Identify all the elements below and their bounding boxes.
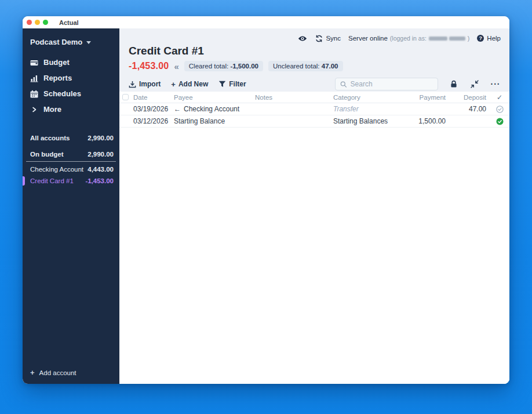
add-account-button[interactable]: + Add account bbox=[23, 362, 119, 384]
bar-chart-icon bbox=[30, 74, 38, 82]
payee-name: Checking Account bbox=[184, 105, 239, 113]
sidebar: Podcast Demo Budget Reports bbox=[23, 28, 119, 384]
sync-button[interactable]: Sync bbox=[315, 35, 341, 42]
category-cell[interactable]: Transfer bbox=[330, 105, 396, 113]
sidebar-item-label: Schedules bbox=[43, 89, 81, 98]
calendar-icon bbox=[30, 90, 38, 98]
column-header-cleared-icon[interactable]: ✓ bbox=[490, 93, 509, 101]
plus-icon: + bbox=[171, 80, 176, 89]
more-options-button[interactable]: ··· bbox=[490, 79, 501, 89]
lock-button[interactable] bbox=[449, 79, 459, 89]
transaction-row[interactable]: 03/19/2026 ← Checking Account Transfer 4… bbox=[119, 103, 509, 115]
sidebar-item-budget[interactable]: Budget bbox=[23, 55, 119, 70]
sidebar-item-more[interactable]: More bbox=[23, 101, 119, 117]
on-budget-row[interactable]: On budget 2,990.00 bbox=[26, 148, 116, 162]
privacy-eye-button[interactable] bbox=[297, 33, 308, 43]
filter-icon bbox=[218, 81, 226, 88]
search-input[interactable] bbox=[351, 80, 433, 88]
wallet-icon bbox=[30, 59, 38, 67]
logged-in-user-redacted bbox=[429, 37, 465, 41]
cleared-total-badge: Cleared total: -1,500.00 bbox=[184, 61, 263, 71]
add-new-button[interactable]: + Add New bbox=[171, 80, 208, 89]
question-mark-icon: ? bbox=[477, 35, 484, 42]
sidebar-item-label: Budget bbox=[43, 58, 70, 67]
top-status-bar: Sync Server online (logged in as: ) ? He… bbox=[129, 33, 501, 43]
account-group-balance: 2,990.00 bbox=[88, 151, 114, 158]
logged-in-suffix: ) bbox=[468, 35, 470, 42]
help-label: Help bbox=[487, 35, 501, 42]
logged-in-prefix: (logged in as: bbox=[390, 35, 427, 42]
uncleared-total-badge: Uncleared total: 47.00 bbox=[268, 61, 343, 71]
help-button[interactable]: ? Help bbox=[477, 35, 501, 42]
column-header-deposit[interactable]: Deposit bbox=[449, 94, 490, 101]
uncleared-status-icon[interactable] bbox=[490, 106, 509, 113]
account-group-balance: 2,990.00 bbox=[88, 135, 114, 141]
account-group-label: On budget bbox=[30, 151, 64, 158]
cleared-total-value: -1,500.00 bbox=[230, 63, 258, 70]
payee-cell[interactable]: Starting Balance bbox=[170, 117, 252, 125]
server-status-button[interactable]: Server online (logged in as: ) bbox=[348, 35, 469, 42]
sidebar-item-label: More bbox=[43, 105, 61, 114]
payment-cell[interactable]: 1,500.00 bbox=[396, 117, 449, 125]
cleared-total-label: Cleared total: bbox=[189, 63, 228, 70]
sidebar-item-reports[interactable]: Reports bbox=[23, 70, 119, 86]
window-titlebar: Actual bbox=[23, 16, 509, 28]
sidebar-item-schedules[interactable]: Schedules bbox=[23, 86, 119, 101]
date-cell[interactable]: 03/12/2026 bbox=[130, 117, 170, 125]
balance-row: -1,453.00 « Cleared total: -1,500.00 Unc… bbox=[129, 60, 501, 72]
budget-name-menu[interactable]: Podcast Demo bbox=[23, 28, 119, 51]
account-row-credit-card[interactable]: Credit Card #1 -1,453.00 bbox=[26, 175, 116, 187]
account-header: Sync Server online (logged in as: ) ? He… bbox=[119, 28, 509, 92]
ellipsis-icon: ··· bbox=[491, 82, 501, 86]
collapse-transactions-button[interactable] bbox=[469, 79, 480, 89]
add-account-label: Add account bbox=[39, 369, 76, 376]
uncleared-total-label: Uncleared total: bbox=[273, 63, 320, 70]
zoom-window-button[interactable] bbox=[43, 20, 48, 25]
category-cell[interactable]: Starting Balances bbox=[330, 117, 396, 125]
date-cell[interactable]: 03/19/2026 bbox=[130, 105, 170, 113]
uncleared-total-value: 47.00 bbox=[322, 63, 338, 70]
account-balance: -1,453.00 bbox=[85, 177, 114, 184]
search-icon bbox=[340, 81, 347, 88]
transaction-row[interactable]: 03/12/2026 Starting Balance Starting Bal… bbox=[119, 115, 509, 128]
column-header-payee[interactable]: Payee bbox=[170, 94, 252, 101]
sidebar-nav: Budget Reports Schedules bbox=[23, 55, 119, 117]
server-status-label: Server online bbox=[348, 35, 388, 42]
sidebar-item-label: Reports bbox=[43, 74, 72, 82]
payee-cell[interactable]: ← Checking Account bbox=[170, 105, 252, 113]
collapse-arrows-icon bbox=[471, 80, 479, 88]
column-header-category[interactable]: Category bbox=[330, 94, 396, 101]
select-all-checkbox[interactable] bbox=[122, 94, 129, 100]
filter-button[interactable]: Filter bbox=[218, 80, 246, 88]
app-window: Actual Podcast Demo Budget bbox=[23, 16, 509, 384]
empty-transactions-area bbox=[119, 128, 509, 384]
window-title: Actual bbox=[59, 19, 79, 26]
column-header-date[interactable]: Date bbox=[130, 94, 170, 101]
column-header-notes[interactable]: Notes bbox=[252, 94, 330, 101]
cleared-status-icon[interactable] bbox=[490, 118, 509, 125]
plus-icon: + bbox=[30, 368, 35, 377]
all-accounts-row[interactable]: All accounts 2,990.00 bbox=[26, 132, 116, 144]
account-balance-negative: -1,453.00 bbox=[129, 61, 169, 71]
add-new-label: Add New bbox=[178, 80, 208, 88]
account-group-label: All accounts bbox=[30, 135, 70, 141]
import-label: Import bbox=[139, 80, 161, 88]
main-panel: Sync Server online (logged in as: ) ? He… bbox=[119, 28, 509, 384]
caret-down-icon bbox=[86, 41, 91, 44]
minimize-window-button[interactable] bbox=[35, 20, 40, 25]
account-name: Checking Account bbox=[30, 166, 83, 173]
page-title: Credit Card #1 bbox=[129, 45, 501, 57]
lock-icon bbox=[450, 80, 457, 88]
transactions-table-header: Date Payee Notes Category Payment Deposi… bbox=[119, 92, 509, 103]
transactions-toolbar: Import + Add New Filter bbox=[129, 78, 501, 92]
deposit-cell[interactable]: 47.00 bbox=[449, 105, 490, 113]
import-button[interactable]: Import bbox=[129, 80, 161, 88]
chevron-right-icon bbox=[30, 106, 38, 114]
collapse-balance-toggle[interactable]: « bbox=[174, 62, 178, 71]
column-header-payment[interactable]: Payment bbox=[396, 94, 449, 101]
transfer-arrow-icon: ← bbox=[174, 105, 181, 113]
accounts-list: All accounts 2,990.00 On budget 2,990.00… bbox=[23, 132, 119, 187]
account-row-checking[interactable]: Checking Account 4,443.00 bbox=[26, 164, 116, 175]
filter-label: Filter bbox=[229, 80, 246, 88]
close-window-button[interactable] bbox=[27, 20, 32, 25]
